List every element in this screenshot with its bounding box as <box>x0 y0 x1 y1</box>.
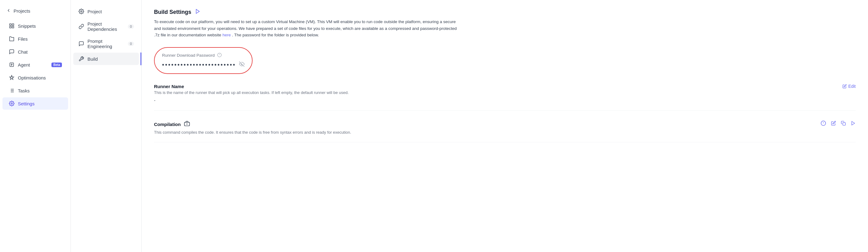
sidebar-item-optimisations[interactable]: Optimisations <box>2 71 68 84</box>
compilation-actions <box>820 121 856 128</box>
compilation-title-row: Compilation <box>154 121 190 128</box>
password-label-row: Runner Download Password <box>162 53 245 58</box>
runner-name-edit-button[interactable]: Edit <box>842 84 856 89</box>
mid-nav-project-dependencies[interactable]: Project Dependencies 0 <box>73 18 139 35</box>
runner-name-desc: This is the name of the runner that will… <box>154 90 349 95</box>
sidebar-tasks-label: Tasks <box>18 88 62 93</box>
runner-name-value: - <box>154 98 856 103</box>
sidebar-settings-label: Settings <box>18 101 62 106</box>
prompt-icon <box>78 41 84 47</box>
compilation-header: Compilation <box>154 121 856 128</box>
sidebar-item-agent[interactable]: Agent Beta <box>2 59 68 71</box>
back-label: Projects <box>13 8 30 13</box>
password-oval-wrapper: Runner Download Password •••••••••••••••… <box>154 47 253 74</box>
edit-label: Edit <box>848 84 856 89</box>
sidebar-item-chat[interactable]: Chat <box>2 45 68 58</box>
left-sidebar: Projects Snippets Files Chat Agent Beta … <box>0 0 71 252</box>
svg-rect-24 <box>843 123 845 125</box>
run-action-icon[interactable] <box>851 121 856 127</box>
runner-name-title: Runner Name <box>154 84 349 89</box>
svg-marker-25 <box>852 121 855 125</box>
mid-nav-project[interactable]: Project <box>73 5 139 18</box>
agent-icon <box>9 62 15 68</box>
build-icon <box>78 56 84 62</box>
svg-rect-3 <box>12 27 14 28</box>
password-field-row: •••••••••••••••••••••••• <box>162 61 245 68</box>
mid-nav-build-label: Build <box>88 56 98 62</box>
compilation-section: Compilation This command <box>154 121 856 142</box>
project-icon <box>78 8 84 14</box>
svg-rect-0 <box>9 24 11 25</box>
snippets-icon <box>9 23 15 29</box>
prompt-badge: 0 <box>128 41 134 46</box>
agent-beta-badge: Beta <box>52 63 62 67</box>
sidebar-agent-label: Agent <box>18 62 49 67</box>
mid-nav-build-wrap: Build <box>71 52 142 65</box>
svg-rect-2 <box>9 27 11 28</box>
mid-nav-project-label: Project <box>88 9 102 14</box>
sidebar-item-files[interactable]: Files <box>2 33 68 45</box>
build-settings-header: Build Settings <box>154 9 856 15</box>
compilation-icon <box>184 121 190 128</box>
compilation-title: Compilation <box>154 122 181 127</box>
here-link[interactable]: here <box>222 33 231 37</box>
sidebar-files-label: Files <box>18 36 62 41</box>
desc-suffix: . The password for the folder is provide… <box>232 33 319 37</box>
info-action-icon[interactable] <box>820 121 826 128</box>
chat-icon <box>9 49 15 55</box>
mid-nav-dependencies-label: Project Dependencies <box>88 21 125 32</box>
sidebar-chat-label: Chat <box>18 49 62 55</box>
mid-nav-prompt-label: Prompt Engineering <box>88 38 125 49</box>
files-icon <box>9 36 15 42</box>
sidebar-item-settings[interactable]: Settings <box>2 97 68 110</box>
runner-name-title-block: Runner Name This is the name of the runn… <box>154 84 349 95</box>
password-oval: Runner Download Password •••••••••••••••… <box>154 47 253 74</box>
settings-icon <box>9 100 15 106</box>
mid-nav: Project Project Dependencies 0 Prompt En… <box>71 0 142 252</box>
svg-rect-1 <box>12 24 14 25</box>
copy-action-icon[interactable] <box>841 121 846 127</box>
svg-point-12 <box>81 11 82 12</box>
sidebar-item-snippets[interactable]: Snippets <box>2 20 68 32</box>
page-title: Build Settings <box>154 9 191 15</box>
info-icon[interactable] <box>217 53 222 58</box>
sidebar-optimisations-label: Optimisations <box>18 75 62 81</box>
tasks-icon <box>9 88 15 94</box>
runner-name-section: Runner Name This is the name of the runn… <box>154 84 856 111</box>
play-icon[interactable] <box>195 9 200 15</box>
optimisations-icon <box>9 74 15 81</box>
active-indicator <box>141 52 142 65</box>
compilation-desc: This command compiles the code. It ensur… <box>154 130 370 135</box>
runner-name-header: Runner Name This is the name of the runn… <box>154 84 856 95</box>
sidebar-snippets-label: Snippets <box>18 23 62 29</box>
back-to-projects[interactable]: Projects <box>0 5 70 17</box>
dependencies-icon <box>78 23 84 30</box>
password-value: •••••••••••••••••••••••• <box>162 61 236 68</box>
dependencies-badge: 0 <box>128 24 134 29</box>
svg-point-11 <box>11 103 12 104</box>
main-content: Build Settings To execute code on our pl… <box>142 0 868 252</box>
back-arrow-icon <box>6 8 11 14</box>
sidebar-item-tasks[interactable]: Tasks <box>2 85 68 97</box>
mid-nav-build[interactable]: Build <box>73 53 139 65</box>
build-description: To execute code on our platform, you wil… <box>154 19 462 38</box>
edit-action-icon[interactable] <box>831 121 836 127</box>
mid-nav-prompt-engineering[interactable]: Prompt Engineering 0 <box>73 35 139 52</box>
toggle-password-icon[interactable] <box>239 61 245 68</box>
password-label: Runner Download Password <box>162 53 215 58</box>
svg-marker-13 <box>196 9 199 13</box>
